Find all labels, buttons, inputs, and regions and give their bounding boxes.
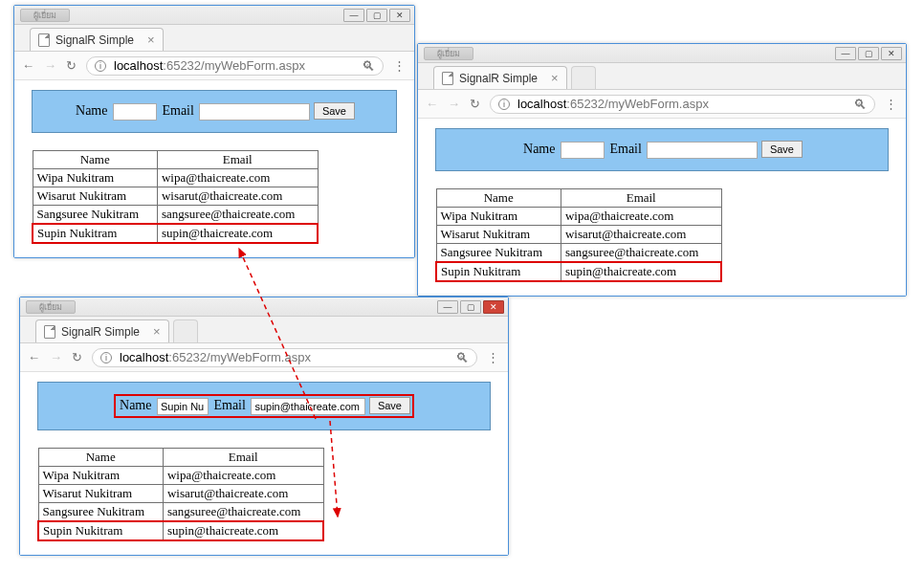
name-input[interactable] — [561, 142, 605, 159]
titlebar[interactable]: ผู้เยี่ยม — ▢ ✕ — [14, 6, 414, 25]
back-button[interactable]: ← — [426, 97, 438, 111]
close-tab-icon[interactable]: × — [147, 33, 155, 47]
url-path: :65232/myWebForm.aspx — [168, 350, 311, 364]
tabstrip: SignalR Simple × — [20, 317, 508, 343]
browser-window-3: ผู้เยี่ยม — ▢ ✕ SignalR Simple × ← → ↻ i… — [19, 297, 509, 556]
search-icon[interactable]: 🔍︎ — [362, 58, 375, 74]
new-tab-button[interactable] — [173, 319, 198, 342]
titlebar-decor: ผู้เยี่ยม — [424, 47, 473, 60]
toolbar: ← → ↻ i localhost:65232/myWebForm.aspx 🔍… — [20, 343, 508, 372]
email-input[interactable] — [199, 103, 310, 121]
email-input[interactable] — [251, 398, 365, 415]
page-content: Name Email Save NameEmail Wipa Nukitramw… — [418, 119, 906, 296]
menu-button[interactable]: ⋮ — [885, 97, 898, 111]
reload-button[interactable]: ↻ — [66, 58, 77, 73]
titlebar-decor: ผู้เยี่ยม — [20, 9, 70, 22]
menu-button[interactable]: ⋮ — [393, 58, 407, 73]
tabstrip: SignalR Simple × — [418, 63, 906, 90]
tab-title: SignalR Simple — [55, 33, 134, 47]
browser-window-2: ผู้เยี่ยม — ▢ ✕ SignalR Simple × ← → ↻ i… — [417, 43, 907, 297]
back-button[interactable]: ← — [22, 58, 34, 73]
tab-title: SignalR Simple — [61, 325, 140, 339]
table-row: Wisarut Nukitramwisarut@thaicreate.com — [436, 225, 721, 243]
save-button[interactable]: Save — [314, 102, 355, 120]
name-label: Name — [120, 398, 151, 412]
tab-title: SignalR Simple — [459, 72, 538, 85]
browser-window-1: ผู้เยี่ยม — ▢ ✕ SignalR Simple × ← → ↻ i… — [13, 5, 415, 258]
data-table: NameEmail Wipa Nukitramwipa@thaicreate.c… — [435, 188, 722, 282]
url-host: localhost — [517, 97, 566, 111]
table-row: Sangsuree Nukitramsangsuree@thaicreate.c… — [436, 243, 721, 262]
name-label: Name — [76, 103, 107, 118]
minimize-button[interactable]: — — [437, 300, 458, 314]
reload-button[interactable]: ↻ — [470, 97, 480, 111]
titlebar[interactable]: ผู้เยี่ยม — ▢ ✕ — [20, 297, 508, 317]
url-host: localhost — [120, 350, 168, 364]
table-row: Wisarut Nukitramwisarut@thaicreate.com — [38, 484, 323, 502]
info-icon[interactable]: i — [498, 99, 510, 110]
form-annot: Name Email Save — [114, 394, 414, 418]
forward-button[interactable]: → — [44, 58, 56, 73]
page-content: Name Email Save NameEmail Wipa Nukitramw… — [14, 80, 414, 257]
th-email: Email — [157, 150, 318, 168]
table-row: Wipa Nukitramwipa@thaicreate.com — [436, 207, 721, 225]
data-table: NameEmail Wipa Nukitramwipa@thaicreate.c… — [37, 448, 324, 541]
tab-signalr[interactable]: SignalR Simple × — [433, 66, 567, 89]
table-row: Wipa Nukitramwipa@thaicreate.com — [33, 168, 318, 187]
table-row-highlighted: Supin Nukitramsupin@thaicreate.com — [38, 521, 323, 540]
reload-button[interactable]: ↻ — [72, 350, 82, 364]
table-row: Sangsuree Nukitramsangsuree@thaicreate.c… — [38, 502, 323, 521]
maximize-button[interactable]: ▢ — [858, 47, 879, 60]
search-icon[interactable]: 🔍︎ — [853, 97, 867, 112]
address-bar[interactable]: i localhost:65232/myWebForm.aspx 🔍︎ — [86, 56, 384, 76]
url-path: :65232/myWebForm.aspx — [566, 97, 709, 111]
titlebar[interactable]: ผู้เยี่ยม — ▢ ✕ — [418, 44, 906, 63]
toolbar: ← → ↻ i localhost:65232/myWebForm.aspx 🔍… — [418, 90, 906, 119]
save-button[interactable]: Save — [761, 141, 803, 158]
table-row: Sangsuree Nukitramsangsuree@thaicreate.c… — [33, 205, 318, 224]
name-input[interactable] — [157, 398, 209, 415]
info-icon[interactable]: i — [95, 60, 106, 72]
close-button[interactable]: ✕ — [881, 47, 902, 60]
titlebar-decor: ผู้เยี่ยม — [26, 300, 76, 314]
th-email: Email — [163, 448, 323, 466]
th-name: Name — [436, 188, 561, 207]
close-button[interactable]: ✕ — [389, 9, 410, 22]
name-input[interactable] — [113, 103, 157, 121]
th-name: Name — [33, 150, 157, 168]
close-button[interactable]: ✕ — [483, 300, 504, 314]
tab-signalr[interactable]: SignalR Simple × — [30, 28, 164, 51]
forward-button[interactable]: → — [50, 350, 62, 364]
close-tab-icon[interactable]: × — [153, 324, 161, 339]
document-icon — [44, 325, 55, 339]
maximize-button[interactable]: ▢ — [460, 300, 481, 314]
close-tab-icon[interactable]: × — [551, 71, 559, 85]
table-row-highlighted: Supin Nukitramsupin@thaicreate.com — [33, 224, 318, 243]
url-path: :65232/myWebForm.aspx — [163, 58, 305, 73]
document-icon — [38, 33, 50, 47]
save-button[interactable]: Save — [369, 397, 410, 414]
minimize-button[interactable]: — — [835, 47, 856, 60]
search-icon[interactable]: 🔍︎ — [455, 350, 469, 365]
toolbar: ← → ↻ i localhost:65232/myWebForm.aspx 🔍… — [14, 52, 414, 80]
address-bar[interactable]: i localhost:65232/myWebForm.aspx 🔍︎ — [92, 348, 477, 367]
info-icon[interactable]: i — [100, 352, 112, 363]
forward-button[interactable]: → — [448, 97, 460, 111]
page-content: Name Email Save NameEmail Wipa Nukitramw… — [20, 372, 508, 555]
form-band: Name Email Save — [37, 382, 491, 430]
email-label: Email — [213, 398, 245, 412]
minimize-button[interactable]: — — [343, 9, 364, 22]
table-row: Wipa Nukitramwipa@thaicreate.com — [38, 466, 323, 484]
name-label: Name — [523, 142, 555, 156]
email-input[interactable] — [647, 142, 758, 159]
email-label: Email — [162, 103, 193, 118]
document-icon — [442, 72, 453, 85]
maximize-button[interactable]: ▢ — [366, 9, 387, 22]
url-host: localhost — [114, 58, 163, 73]
tab-signalr[interactable]: SignalR Simple × — [35, 319, 169, 342]
th-email: Email — [561, 188, 721, 207]
address-bar[interactable]: i localhost:65232/myWebForm.aspx 🔍︎ — [490, 95, 875, 114]
new-tab-button[interactable] — [571, 66, 596, 89]
menu-button[interactable]: ⋮ — [487, 350, 500, 364]
back-button[interactable]: ← — [28, 350, 40, 364]
